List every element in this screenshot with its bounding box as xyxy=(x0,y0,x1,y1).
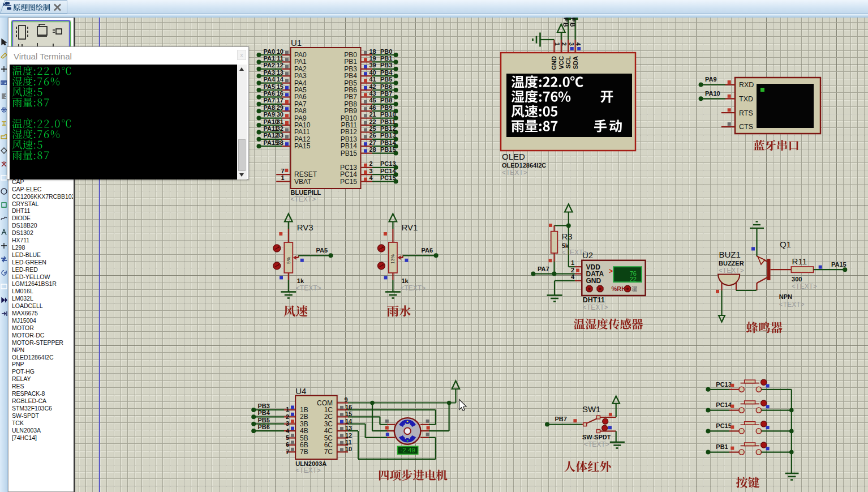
svg-text:PA9: PA9 xyxy=(264,111,276,118)
svg-text:9: 9 xyxy=(345,396,348,403)
svg-text:PB14: PB14 xyxy=(380,139,396,146)
svg-text:ULN2003A: ULN2003A xyxy=(295,460,326,467)
svg-text:PA4: PA4 xyxy=(264,76,276,83)
svg-text:<TEXT>: <TEXT> xyxy=(584,440,609,448)
svg-text:PB1: PB1 xyxy=(716,443,728,450)
svg-text:OLED12864I2C: OLED12864I2C xyxy=(502,162,546,169)
svg-text:PA2: PA2 xyxy=(264,62,276,69)
svg-text:PB7: PB7 xyxy=(380,90,392,97)
svg-text:12: 12 xyxy=(277,62,283,69)
svg-text:PB4: PB4 xyxy=(380,69,393,76)
svg-text:PA9: PA9 xyxy=(705,76,717,83)
svg-text:GND: GND xyxy=(586,277,601,285)
svg-text:25: 25 xyxy=(369,125,376,132)
svg-text:2: 2 xyxy=(369,160,373,167)
svg-text:6: 6 xyxy=(286,441,289,448)
svg-text:PA1: PA1 xyxy=(264,55,276,62)
svg-text:<TEXT>: <TEXT> xyxy=(792,283,817,290)
svg-text:PA7: PA7 xyxy=(264,97,276,104)
svg-text:10: 10 xyxy=(277,48,283,55)
svg-text:R3: R3 xyxy=(561,232,572,241)
svg-text:4: 4 xyxy=(575,42,582,46)
svg-text:1: 1 xyxy=(281,174,284,181)
svg-text:%RH: %RH xyxy=(612,285,626,292)
svg-text:14: 14 xyxy=(277,76,284,83)
svg-text:46: 46 xyxy=(369,104,376,111)
svg-text:>: > xyxy=(609,267,613,275)
svg-text:PA7: PA7 xyxy=(538,266,549,272)
svg-text:PA5: PA5 xyxy=(264,83,276,90)
svg-text:41: 41 xyxy=(369,76,376,83)
svg-text:BUZZER: BUZZER xyxy=(719,260,744,267)
svg-text:-2.49: -2.49 xyxy=(400,447,415,454)
svg-text:Q1: Q1 xyxy=(780,239,791,249)
svg-text:PB6: PB6 xyxy=(257,423,269,430)
svg-text:38: 38 xyxy=(277,139,283,146)
svg-text:1: 1 xyxy=(571,259,574,266)
svg-text:PC14: PC14 xyxy=(380,168,396,174)
svg-text:PA8: PA8 xyxy=(264,104,276,111)
svg-text:<TEXT>: <TEXT> xyxy=(719,267,744,275)
svg-text:4: 4 xyxy=(369,174,373,181)
svg-text:SDA: SDA xyxy=(572,56,579,69)
svg-text:17: 17 xyxy=(277,97,283,104)
svg-text:3: 3 xyxy=(286,420,289,427)
svg-text:PA6: PA6 xyxy=(422,247,433,254)
svg-text:PB0: PB0 xyxy=(380,48,392,55)
svg-text:22: 22 xyxy=(630,276,637,283)
svg-text:3: 3 xyxy=(369,168,373,174)
svg-text:4: 4 xyxy=(571,273,575,280)
svg-text:SCL: SCL xyxy=(565,56,571,69)
svg-text:45: 45 xyxy=(369,97,376,104)
svg-text:29: 29 xyxy=(277,104,283,111)
svg-text:PB3: PB3 xyxy=(257,403,269,409)
svg-text:39: 39 xyxy=(369,62,376,69)
svg-text:11: 11 xyxy=(277,55,283,62)
svg-text:PA6: PA6 xyxy=(264,90,276,97)
svg-text:33: 33 xyxy=(277,132,283,139)
svg-text:PB8: PB8 xyxy=(380,97,392,104)
svg-text:43: 43 xyxy=(369,90,376,97)
svg-text:22: 22 xyxy=(369,118,376,125)
svg-text:PB7: PB7 xyxy=(555,416,566,422)
svg-text:15: 15 xyxy=(277,83,283,90)
svg-text:28: 28 xyxy=(369,146,376,153)
svg-text:RXD: RXD xyxy=(739,81,754,89)
svg-text:RV3: RV3 xyxy=(297,223,313,232)
svg-text:16: 16 xyxy=(277,90,283,97)
svg-text:<TEXT>: <TEXT> xyxy=(779,301,805,309)
svg-text:42: 42 xyxy=(369,83,376,90)
svg-text:PB5: PB5 xyxy=(380,76,392,83)
svg-text:U2: U2 xyxy=(582,250,593,260)
svg-text:40: 40 xyxy=(369,69,376,76)
svg-text:PA3: PA3 xyxy=(264,69,276,76)
svg-text:BUZ1: BUZ1 xyxy=(719,250,741,259)
svg-text:PC14: PC14 xyxy=(716,401,732,408)
svg-text:PB1: PB1 xyxy=(380,55,392,62)
svg-text:PB4: PB4 xyxy=(257,409,270,416)
svg-text:PB9: PB9 xyxy=(380,104,392,111)
svg-text:7: 7 xyxy=(286,448,289,455)
svg-text:PA10: PA10 xyxy=(705,90,720,97)
svg-text:R11: R11 xyxy=(792,256,807,266)
svg-text:PB15: PB15 xyxy=(341,149,358,157)
svg-text:13: 13 xyxy=(277,69,283,76)
svg-text:PB6: PB6 xyxy=(380,83,392,90)
svg-text:1k: 1k xyxy=(297,277,304,284)
svg-text:2: 2 xyxy=(286,413,289,420)
svg-text:PB12: PB12 xyxy=(380,125,396,132)
svg-text:CTS: CTS xyxy=(739,123,753,131)
svg-text:12: 12 xyxy=(345,432,352,439)
svg-text:2: 2 xyxy=(561,42,568,46)
svg-text:PC15: PC15 xyxy=(716,422,732,429)
svg-text:PA15: PA15 xyxy=(294,142,311,150)
svg-text:7B: 7B xyxy=(300,448,308,456)
svg-text:GND: GND xyxy=(551,56,557,70)
svg-text:5%: 5% xyxy=(286,256,291,264)
svg-text:PB5: PB5 xyxy=(257,417,269,423)
svg-text:32: 32 xyxy=(277,125,283,132)
svg-text:2: 2 xyxy=(571,267,574,273)
svg-text:PA0: PA0 xyxy=(264,48,276,55)
svg-text:5: 5 xyxy=(286,434,289,441)
svg-text:13%: 13% xyxy=(390,254,396,264)
